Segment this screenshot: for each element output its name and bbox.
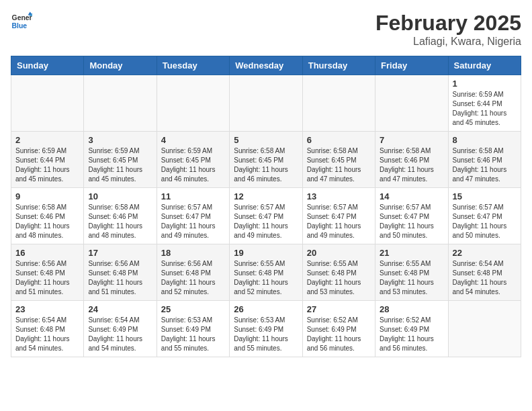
calendar-cell: 26Sunrise: 6:53 AM Sunset: 6:49 PM Dayli… [230,301,302,357]
day-number: 20 [307,248,371,258]
calendar-cell: 8Sunrise: 6:58 AM Sunset: 6:46 PM Daylig… [448,132,521,188]
calendar-cell: 9Sunrise: 6:58 AM Sunset: 6:46 PM Daylig… [11,188,84,244]
day-info: Sunrise: 6:55 AM Sunset: 6:48 PM Dayligh… [234,259,298,297]
day-number: 24 [88,304,152,314]
day-info: Sunrise: 6:59 AM Sunset: 6:44 PM Dayligh… [453,90,517,128]
calendar-cell: 12Sunrise: 6:57 AM Sunset: 6:47 PM Dayli… [230,188,302,244]
day-number: 23 [15,304,79,314]
day-info: Sunrise: 6:58 AM Sunset: 6:46 PM Dayligh… [380,146,443,184]
calendar-cell: 17Sunrise: 6:56 AM Sunset: 6:48 PM Dayli… [84,244,157,301]
day-number: 11 [161,191,225,201]
calendar-cell [230,75,302,132]
day-info: Sunrise: 6:56 AM Sunset: 6:48 PM Dayligh… [161,259,225,297]
day-number: 2 [15,135,79,145]
calendar-week-row: 16Sunrise: 6:56 AM Sunset: 6:48 PM Dayli… [11,244,521,301]
day-info: Sunrise: 6:53 AM Sunset: 6:49 PM Dayligh… [161,316,225,353]
day-number: 18 [161,248,225,258]
day-info: Sunrise: 6:58 AM Sunset: 6:46 PM Dayligh… [88,203,152,240]
calendar-cell: 6Sunrise: 6:58 AM Sunset: 6:45 PM Daylig… [302,132,375,188]
day-info: Sunrise: 6:57 AM Sunset: 6:47 PM Dayligh… [380,203,443,240]
day-info: Sunrise: 6:54 AM Sunset: 6:49 PM Dayligh… [88,316,152,353]
calendar-cell [157,75,229,132]
weekday-header: Sunday [11,56,84,75]
calendar-week-row: 9Sunrise: 6:58 AM Sunset: 6:46 PM Daylig… [11,188,521,244]
calendar-cell: 28Sunrise: 6:52 AM Sunset: 6:49 PM Dayli… [375,301,448,357]
calendar-cell: 19Sunrise: 6:55 AM Sunset: 6:48 PM Dayli… [230,244,302,301]
day-number: 9 [15,191,79,201]
day-number: 21 [380,248,443,258]
day-info: Sunrise: 6:56 AM Sunset: 6:48 PM Dayligh… [88,259,152,297]
day-number: 27 [307,304,371,314]
day-info: Sunrise: 6:59 AM Sunset: 6:45 PM Dayligh… [161,146,225,184]
weekday-header: Tuesday [157,56,229,75]
day-info: Sunrise: 6:55 AM Sunset: 6:48 PM Dayligh… [380,259,443,297]
calendar-cell: 27Sunrise: 6:52 AM Sunset: 6:49 PM Dayli… [302,301,375,357]
day-info: Sunrise: 6:54 AM Sunset: 6:48 PM Dayligh… [453,259,517,297]
svg-text:Blue: Blue [12,22,28,30]
weekday-header: Monday [84,56,157,75]
day-number: 6 [307,135,371,145]
day-info: Sunrise: 6:58 AM Sunset: 6:45 PM Dayligh… [307,146,371,184]
weekday-header: Friday [375,56,448,75]
weekday-header-row: SundayMondayTuesdayWednesdayThursdayFrid… [11,56,521,75]
calendar-cell [448,301,521,357]
day-number: 14 [380,191,443,201]
day-number: 13 [307,191,371,201]
day-number: 10 [88,191,152,201]
location: Lafiagi, Kwara, Nigeria [375,36,521,48]
title-block: February 2025 Lafiagi, Kwara, Nigeria [375,11,521,48]
day-number: 25 [161,304,225,314]
day-info: Sunrise: 6:58 AM Sunset: 6:45 PM Dayligh… [234,146,298,184]
calendar-cell: 5Sunrise: 6:58 AM Sunset: 6:45 PM Daylig… [230,132,302,188]
calendar-week-row: 1Sunrise: 6:59 AM Sunset: 6:44 PM Daylig… [11,75,521,132]
logo: General Blue [11,11,32,32]
day-info: Sunrise: 6:57 AM Sunset: 6:47 PM Dayligh… [453,203,517,240]
day-number: 15 [453,191,517,201]
calendar-cell [11,75,84,132]
day-info: Sunrise: 6:57 AM Sunset: 6:47 PM Dayligh… [307,203,371,240]
day-info: Sunrise: 6:58 AM Sunset: 6:46 PM Dayligh… [15,203,79,240]
calendar-cell: 7Sunrise: 6:58 AM Sunset: 6:46 PM Daylig… [375,132,448,188]
month-title: February 2025 [375,11,521,36]
day-number: 3 [88,135,152,145]
day-info: Sunrise: 6:58 AM Sunset: 6:46 PM Dayligh… [453,146,517,184]
calendar-cell: 18Sunrise: 6:56 AM Sunset: 6:48 PM Dayli… [157,244,229,301]
calendar-cell: 4Sunrise: 6:59 AM Sunset: 6:45 PM Daylig… [157,132,229,188]
day-info: Sunrise: 6:59 AM Sunset: 6:45 PM Dayligh… [88,146,152,184]
day-number: 28 [380,304,443,314]
day-number: 5 [234,135,298,145]
day-number: 4 [161,135,225,145]
day-info: Sunrise: 6:54 AM Sunset: 6:48 PM Dayligh… [15,316,79,353]
calendar-cell: 1Sunrise: 6:59 AM Sunset: 6:44 PM Daylig… [448,75,521,132]
day-info: Sunrise: 6:56 AM Sunset: 6:48 PM Dayligh… [15,259,79,297]
day-number: 17 [88,248,152,258]
calendar-cell: 20Sunrise: 6:55 AM Sunset: 6:48 PM Dayli… [302,244,375,301]
weekday-header: Thursday [302,56,375,75]
calendar-cell: 16Sunrise: 6:56 AM Sunset: 6:48 PM Dayli… [11,244,84,301]
day-number: 19 [234,248,298,258]
calendar: SundayMondayTuesdayWednesdayThursdayFrid… [11,56,521,357]
calendar-week-row: 23Sunrise: 6:54 AM Sunset: 6:48 PM Dayli… [11,301,521,357]
calendar-cell: 23Sunrise: 6:54 AM Sunset: 6:48 PM Dayli… [11,301,84,357]
day-number: 26 [234,304,298,314]
svg-text:General: General [12,14,32,21]
page-header: General Blue February 2025 Lafiagi, Kwar… [11,11,521,48]
day-number: 12 [234,191,298,201]
day-number: 22 [453,248,517,258]
calendar-cell: 15Sunrise: 6:57 AM Sunset: 6:47 PM Dayli… [448,188,521,244]
day-info: Sunrise: 6:59 AM Sunset: 6:44 PM Dayligh… [15,146,79,184]
day-number: 1 [453,79,517,89]
day-info: Sunrise: 6:52 AM Sunset: 6:49 PM Dayligh… [380,316,443,353]
calendar-cell: 14Sunrise: 6:57 AM Sunset: 6:47 PM Dayli… [375,188,448,244]
day-info: Sunrise: 6:55 AM Sunset: 6:48 PM Dayligh… [307,259,371,297]
day-info: Sunrise: 6:53 AM Sunset: 6:49 PM Dayligh… [234,316,298,353]
day-info: Sunrise: 6:57 AM Sunset: 6:47 PM Dayligh… [161,203,225,240]
weekday-header: Wednesday [230,56,302,75]
calendar-cell [84,75,157,132]
calendar-cell: 22Sunrise: 6:54 AM Sunset: 6:48 PM Dayli… [448,244,521,301]
day-number: 8 [453,135,517,145]
calendar-cell: 11Sunrise: 6:57 AM Sunset: 6:47 PM Dayli… [157,188,229,244]
day-info: Sunrise: 6:52 AM Sunset: 6:49 PM Dayligh… [307,316,371,353]
calendar-cell [375,75,448,132]
calendar-cell: 21Sunrise: 6:55 AM Sunset: 6:48 PM Dayli… [375,244,448,301]
